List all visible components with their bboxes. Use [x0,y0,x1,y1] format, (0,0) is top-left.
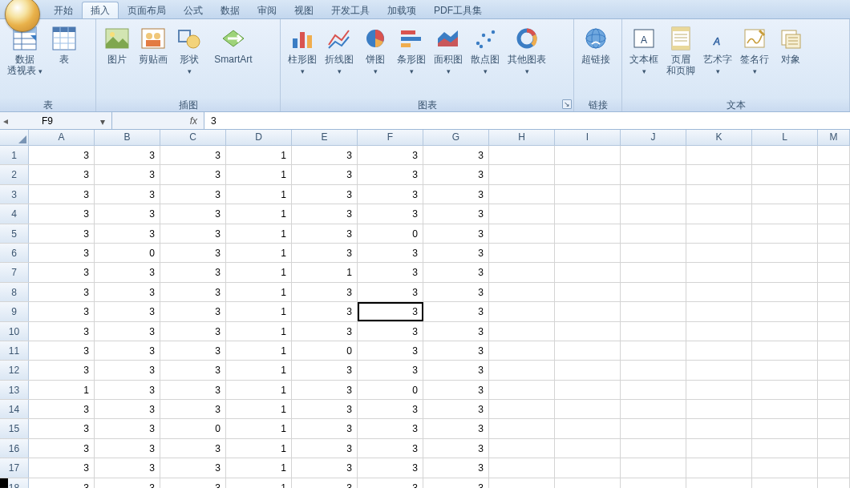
cell[interactable]: 3 [423,458,489,477]
cell[interactable] [621,185,686,204]
cell[interactable] [489,283,555,301]
cell[interactable]: 3 [29,458,95,477]
name-box-nav-icon[interactable]: ◂ [3,115,13,125]
cell[interactable] [686,458,752,477]
cell[interactable] [555,381,621,399]
cell[interactable] [818,478,850,488]
cell[interactable] [555,146,621,164]
cell[interactable] [686,204,752,223]
shapes-button[interactable]: 形状▾ [172,22,207,99]
tab-pdf[interactable]: PDF工具集 [425,2,491,18]
cell[interactable] [752,244,818,262]
cell[interactable] [489,165,555,183]
cell[interactable] [489,478,555,488]
textbox-button[interactable]: A 文本框▾ [625,22,662,99]
cell[interactable]: 3 [358,302,423,321]
column-chart-button[interactable]: 柱形图▾ [284,22,321,99]
cell[interactable]: 3 [358,341,423,360]
cell[interactable]: 3 [95,165,160,183]
cell[interactable] [621,263,686,281]
cell[interactable] [489,439,555,458]
cell[interactable] [686,302,752,321]
cell[interactable]: 3 [95,302,160,321]
cell[interactable]: 3 [292,146,358,164]
cell[interactable]: 3 [95,381,160,399]
cell[interactable] [621,165,686,183]
cell[interactable]: 3 [292,381,358,399]
formula-input[interactable] [211,115,850,127]
cell[interactable] [621,302,686,321]
tab-formulas[interactable]: 公式 [175,2,212,18]
cell[interactable]: 3 [358,185,423,204]
cell[interactable] [555,439,621,458]
cell[interactable]: 1 [226,283,292,301]
cell[interactable] [818,146,850,164]
cell[interactable]: 3 [292,419,358,437]
cell[interactable]: 3 [423,165,489,183]
cell[interactable] [621,244,686,262]
cell[interactable] [686,244,752,262]
cell[interactable]: 1 [226,439,292,458]
cell[interactable]: 1 [29,381,95,399]
cell[interactable]: 3 [160,341,226,360]
column-header[interactable]: M [818,130,850,145]
column-header[interactable]: F [358,130,423,145]
cell[interactable]: 3 [95,458,160,477]
cell[interactable]: 3 [95,341,160,360]
cell[interactable]: 1 [226,419,292,437]
wordart-button[interactable]: A 艺术字▾ [699,22,736,99]
cell[interactable]: 3 [160,204,226,223]
cell[interactable]: 3 [423,204,489,223]
cell[interactable]: 3 [358,419,423,437]
cell[interactable] [555,244,621,262]
cell[interactable] [489,322,555,341]
cell[interactable] [752,185,818,204]
row-header[interactable]: 9 [0,302,29,321]
cell[interactable]: 3 [95,204,160,223]
cell[interactable] [818,341,850,360]
cell[interactable]: 3 [29,341,95,360]
tab-developer[interactable]: 开发工具 [322,2,378,18]
cell[interactable]: 3 [358,322,423,341]
column-header[interactable]: J [621,130,686,145]
cell[interactable]: 3 [160,439,226,458]
smartart-button[interactable]: SmartArt [207,22,260,99]
cell[interactable] [686,263,752,281]
tab-review[interactable]: 审阅 [249,2,285,18]
cell[interactable]: 3 [160,244,226,262]
cell[interactable] [818,322,850,341]
cell[interactable]: 3 [29,400,95,418]
cell[interactable] [752,341,818,360]
cell[interactable]: 1 [226,322,292,341]
cell[interactable] [555,224,621,243]
row-header[interactable]: 15 [0,419,29,437]
row-header[interactable]: 14 [0,400,29,418]
row-header[interactable]: 6 [0,244,29,262]
cell[interactable] [555,458,621,477]
cell[interactable] [686,400,752,418]
cell[interactable] [621,458,686,477]
cell[interactable] [818,419,850,437]
cell[interactable]: 3 [29,146,95,164]
cell[interactable]: 3 [95,263,160,281]
cell[interactable] [752,478,818,488]
row-header[interactable]: 3 [0,185,29,204]
column-header[interactable]: B [95,130,160,145]
cell[interactable] [621,322,686,341]
column-header[interactable]: K [686,130,752,145]
cell[interactable]: 3 [160,185,226,204]
cell[interactable] [555,263,621,281]
cell[interactable]: 3 [29,244,95,262]
cell[interactable]: 3 [29,263,95,281]
cell[interactable]: 3 [29,185,95,204]
cell[interactable] [621,478,686,488]
column-header[interactable]: I [555,130,621,145]
cell[interactable]: 3 [95,361,160,379]
cell[interactable] [555,419,621,437]
cell[interactable]: 3 [292,165,358,183]
cell[interactable]: 0 [292,341,358,360]
column-header[interactable]: D [226,130,292,145]
cell[interactable]: 3 [292,361,358,379]
tab-home[interactable]: 开始 [45,2,82,18]
cell[interactable]: 3 [423,400,489,418]
